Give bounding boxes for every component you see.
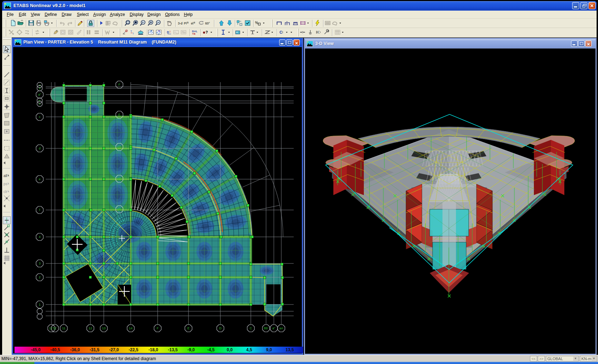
svg-text:T: T [130,30,132,33]
svg-text:14: 14 [129,326,132,330]
svg-text:D: D [219,326,222,330]
svg-text:11': 11' [53,326,57,330]
svg-text:D: D [118,145,121,149]
svg-text:C: C [118,177,121,181]
svg-text:13: 13 [102,326,106,330]
svg-text:all: all [4,174,7,178]
svg-text:3: 3 [39,262,40,265]
svg-text:b': b' [39,99,41,102]
svg-text:e: e [39,177,40,181]
svg-text:1: 1 [39,303,40,306]
svg-text:aA: aA [279,326,283,330]
svg-text:+E: +E [192,32,196,35]
svg-text:H: H [316,30,318,34]
svg-text:?: ? [205,30,208,34]
svg-text:a'': a'' [38,93,41,96]
svg-text:d: d [39,147,40,150]
svg-text:a: a [39,87,41,90]
svg-text:ä: ä [187,21,188,24]
svg-text:2: 2 [39,275,40,279]
svg-text:a: a [39,84,41,87]
svg-text:a'': a'' [272,326,276,330]
svg-text:F: F [157,326,159,330]
svg-text:b: b [39,102,41,106]
svg-text:G: G [36,20,38,22]
svg-text:E: E [118,113,120,116]
svg-text:clr: clr [4,190,7,194]
svg-text:L: L [170,30,171,33]
svg-text:4: 4 [39,235,40,239]
svg-text:F: F [118,83,120,86]
svg-text:I: I [133,32,134,35]
svg-text:Pl: Pl [184,22,187,25]
svg-text:%: % [255,21,258,25]
svg-text:el: el [191,22,193,25]
svg-text:D: D [167,30,169,34]
svg-text:Bb': Bb' [264,326,269,330]
svg-text:C: C [250,326,252,330]
svg-text:ps: ps [4,182,7,186]
svg-text:E: E [187,326,190,330]
svg-text:B: B [118,207,120,211]
svg-text:c: c [39,115,41,119]
svg-text:3-d: 3-d [178,22,182,25]
svg-text:12: 12 [89,326,92,330]
svg-text:C: C [280,30,282,34]
svg-text:é: é [194,21,195,24]
svg-text:E: E [56,30,57,32]
svg-text:11: 11 [62,326,65,330]
svg-text:E: E [126,30,127,32]
svg-text:60°: 60° [205,22,210,25]
